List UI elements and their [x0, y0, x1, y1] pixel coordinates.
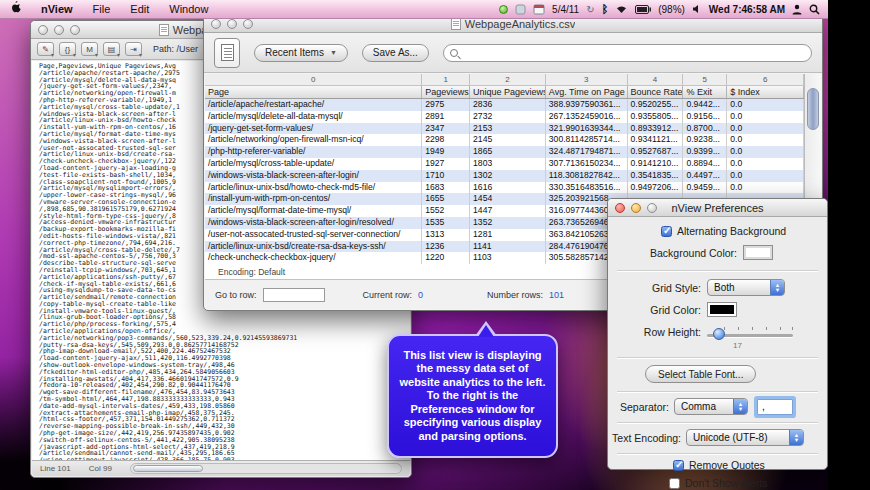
- document-view-button[interactable]: [214, 38, 240, 68]
- table-cell: 0.9497206...: [628, 182, 684, 194]
- spotlight-icon[interactable]: [809, 4, 820, 15]
- alternating-background-checkbox[interactable]: [661, 226, 672, 237]
- status-app-icon[interactable]: [515, 4, 526, 15]
- table-row[interactable]: /article/apache/restart-apache/297528363…: [205, 99, 804, 111]
- menu-item-window[interactable]: Window: [159, 0, 218, 19]
- dont-show-alerts-checkbox[interactable]: [669, 478, 680, 489]
- table-cell: 2298: [422, 134, 470, 146]
- zoom-button[interactable]: [70, 25, 80, 35]
- indent-tool-icon[interactable]: ⇥: [125, 42, 142, 56]
- table-cell: 2836: [470, 99, 546, 111]
- table-row[interactable]: /article/networking/open-firewall-msn-ic…: [205, 134, 804, 146]
- column-index[interactable]: 6: [727, 74, 804, 85]
- column-header[interactable]: Bounce Rate: [628, 86, 684, 98]
- grid-color-well[interactable]: [707, 302, 737, 317]
- menu-clock[interactable]: Wed 7:46:58 AM: [709, 4, 785, 15]
- goto-row-input[interactable]: [263, 288, 325, 302]
- table-cell: 0.9141210...: [628, 158, 684, 170]
- table-row[interactable]: /article/mysql/delete-all-data-mysql/289…: [205, 111, 804, 123]
- table-cell: 118.3081827842...: [546, 170, 628, 182]
- separator-label: Separator:: [609, 401, 669, 413]
- column-index[interactable]: 5: [683, 74, 727, 85]
- menu-item-nview[interactable]: nView: [31, 0, 83, 19]
- column-header[interactable]: Unique Pageviews: [470, 86, 546, 98]
- row-height-slider[interactable]: [707, 325, 793, 339]
- separator-char-input[interactable]: [757, 399, 793, 415]
- table-row[interactable]: /jquery-get-set-form-values/23472153321.…: [205, 123, 804, 135]
- recent-items-dropdown[interactable]: Recent Items▼: [254, 44, 348, 62]
- table-cell: /windows-vista-black-screen-after-login/…: [205, 217, 422, 229]
- table-cell: /article/networking/open-firewall-msn-ic…: [205, 134, 422, 146]
- table-cell: 0.0: [727, 123, 804, 135]
- table-cell: 300.8114285714...: [546, 134, 628, 146]
- user-icon[interactable]: [792, 4, 802, 15]
- zoom-button[interactable]: [243, 19, 253, 29]
- table-row[interactable]: /article/mysql/cross-table-update/192718…: [205, 158, 804, 170]
- markup-tool-icon[interactable]: M: [81, 42, 98, 56]
- table-cell: 1141: [470, 241, 546, 253]
- sync-icon[interactable]: ↻: [586, 4, 594, 15]
- column-index[interactable]: 0: [205, 74, 422, 85]
- column-header[interactable]: % Exit: [683, 86, 727, 98]
- column-index[interactable]: 1: [422, 74, 470, 85]
- column-index[interactable]: 4: [628, 74, 684, 85]
- grid-style-dropdown[interactable]: Both ▲▼: [707, 279, 785, 296]
- table-cell: 0.8700...: [683, 123, 727, 135]
- table-cell: 2153: [470, 123, 546, 135]
- grid-color-label: Grid Color:: [609, 304, 701, 316]
- volume-icon[interactable]: [692, 4, 702, 14]
- column-header[interactable]: Pageviews: [422, 86, 470, 98]
- close-button[interactable]: [211, 19, 221, 29]
- remove-quotes-checkbox[interactable]: [673, 460, 684, 471]
- column-header[interactable]: Page: [205, 86, 422, 98]
- table-cell: 267.1352459016...: [546, 111, 628, 123]
- column-header[interactable]: $ Index: [727, 86, 804, 98]
- text-encoding-dropdown[interactable]: Unicode (UTF-8) ▲▼: [686, 429, 804, 446]
- wifi-icon[interactable]: [615, 4, 628, 14]
- document-tool-icon[interactable]: ▤: [103, 42, 120, 56]
- table-cell: 1949: [422, 146, 470, 158]
- vscroll-thumb[interactable]: [807, 88, 819, 130]
- minimize-button[interactable]: [631, 203, 641, 213]
- grid-style-label: Grid Style:: [609, 282, 701, 294]
- table-cell: 324.4871794871...: [546, 146, 628, 158]
- minimize-button[interactable]: [227, 19, 237, 29]
- table-cell: 1803: [470, 158, 546, 170]
- table-row[interactable]: /windows-vista-black-screen-after-login/…: [205, 170, 804, 182]
- prefs-titlebar[interactable]: nView Preferences: [608, 199, 827, 217]
- menu-item-edit[interactable]: Edit: [120, 0, 159, 19]
- close-button[interactable]: [615, 203, 625, 213]
- column-index[interactable]: 2: [470, 74, 546, 85]
- close-button[interactable]: [38, 25, 48, 35]
- background-color-label: Background Color:: [609, 247, 737, 259]
- background-color-well[interactable]: [743, 245, 773, 260]
- search-field[interactable]: [443, 44, 812, 62]
- table-row[interactable]: /php-http-referer-variable/19491865324.4…: [205, 146, 804, 158]
- apple-menu-icon[interactable]: [0, 0, 31, 19]
- save-as-button[interactable]: Save As...: [362, 44, 429, 62]
- table-cell: 1616: [470, 182, 546, 194]
- menu-date[interactable]: 5/4/11: [552, 4, 579, 15]
- pen-tool-icon[interactable]: ✎: [37, 42, 54, 56]
- search-input[interactable]: [462, 47, 805, 58]
- table-cell: 0.4497...: [683, 170, 727, 182]
- horizontal-scrollbar[interactable]: [130, 463, 402, 474]
- braces-tool-icon[interactable]: {}: [59, 42, 76, 56]
- status-green-dot-icon[interactable]: [499, 5, 508, 14]
- separator-dropdown[interactable]: Comma ▲▼: [674, 398, 748, 415]
- battery-icon[interactable]: [635, 5, 651, 14]
- calendar-icon[interactable]: [533, 4, 545, 15]
- zoom-button[interactable]: [647, 203, 657, 213]
- minimize-button[interactable]: [54, 25, 64, 35]
- table-cell: /article/mysql/cross-table-update/: [205, 158, 422, 170]
- row-height-label: Row Height:: [609, 326, 701, 338]
- slider-knob[interactable]: [713, 328, 725, 340]
- table-row[interactable]: /article/linux-unix-bsd/howto-check-md5-…: [205, 182, 804, 194]
- hscroll-thumb[interactable]: [133, 465, 203, 472]
- menu-item-file[interactable]: File: [83, 0, 121, 19]
- bluetooth-icon[interactable]: ᛒ: [602, 3, 609, 15]
- select-table-font-button[interactable]: Select Table Font...: [645, 365, 756, 383]
- column-index[interactable]: 3: [546, 74, 628, 85]
- table-cell: /jquery-get-set-form-values/: [205, 123, 422, 135]
- column-header[interactable]: Avg. Time on Page: [546, 86, 628, 98]
